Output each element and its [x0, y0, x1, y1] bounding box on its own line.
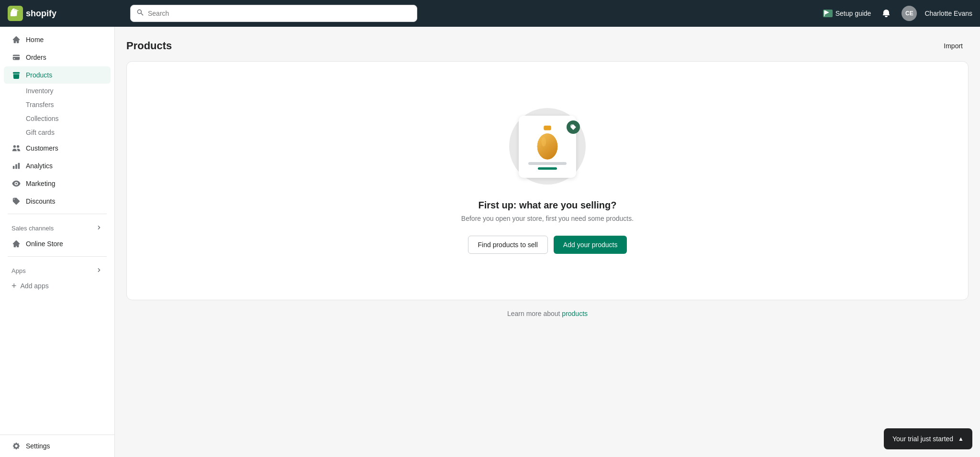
marketing-icon [11, 179, 21, 188]
sidebar-sub-item-inventory-label: Inventory [26, 87, 54, 95]
products-icon [11, 70, 21, 80]
learn-more-link[interactable]: products [562, 310, 588, 317]
sales-channels-expand-icon[interactable] [95, 224, 103, 233]
notification-button[interactable] [879, 6, 894, 21]
svg-point-4 [537, 133, 558, 159]
logo-text: shopify [26, 9, 56, 19]
find-products-button[interactable]: Find products to sell [468, 236, 548, 254]
sidebar-item-orders-label: Orders [26, 54, 46, 61]
analytics-icon [11, 161, 21, 171]
customers-icon [11, 143, 21, 153]
sidebar-item-products[interactable]: Products [4, 66, 111, 84]
sidebar-item-marketing[interactable]: Marketing [4, 175, 111, 192]
shopify-logo[interactable]: shopify [8, 6, 56, 21]
setup-guide-label: Setup guide [835, 10, 871, 17]
sidebar-item-settings[interactable]: Settings [4, 437, 111, 455]
discounts-icon [11, 196, 21, 206]
add-apps-label: Add apps [21, 282, 49, 290]
empty-state-illustration [509, 108, 586, 185]
svg-rect-2 [544, 125, 551, 130]
main-layout: Home Orders Products Inventory T [0, 27, 980, 457]
sales-channels-label: Sales channels [11, 225, 54, 232]
empty-state-card: First up: what are you selling? Before y… [126, 61, 969, 300]
sidebar-sub-item-transfers-label: Transfers [26, 101, 54, 109]
sidebar-item-discounts-label: Discounts [26, 197, 55, 205]
empty-state-description: Before you open your store, first you ne… [461, 215, 634, 222]
sidebar-item-home-label: Home [26, 36, 44, 44]
sidebar-item-customers[interactable]: Customers [4, 140, 111, 157]
empty-state-title: First up: what are you selling? [479, 200, 617, 211]
sidebar-item-online-store-label: Online Store [26, 240, 63, 248]
chevron-up-icon: ▲ [958, 435, 964, 442]
sidebar-add-apps[interactable]: + Add apps [4, 278, 111, 294]
svg-point-5 [541, 137, 546, 146]
sidebar-item-orders[interactable]: Orders [4, 49, 111, 66]
sidebar-item-home[interactable]: Home [4, 31, 111, 48]
sidebar-sub-item-collections-label: Collections [26, 115, 58, 122]
apps-label: Apps [11, 267, 26, 274]
import-button[interactable]: Import [938, 38, 969, 54]
search-bar [130, 5, 417, 22]
sidebar-item-settings-label: Settings [26, 442, 50, 450]
main-content: Products Import [115, 27, 980, 457]
top-navigation: shopify Setup guide CE Charlotte Evans [0, 0, 980, 27]
sidebar-item-marketing-label: Marketing [26, 180, 55, 187]
learn-more-prefix: Learn more about [507, 310, 562, 317]
page-header: Products Import [126, 38, 969, 54]
sidebar: Home Orders Products Inventory T [0, 27, 115, 457]
apps-expand-icon[interactable] [95, 266, 103, 275]
sidebar-item-discounts[interactable]: Discounts [4, 193, 111, 210]
sidebar-sub-item-gift-cards[interactable]: Gift cards [4, 126, 111, 139]
empty-state-actions: Find products to sell Add your products [468, 236, 627, 254]
page-title: Products [126, 40, 172, 52]
sidebar-divider-1 [8, 214, 107, 214]
setup-guide-button[interactable]: Setup guide [823, 10, 871, 17]
logo-area: shopify [8, 6, 122, 21]
learn-more-section: Learn more about products [126, 310, 969, 317]
search-input[interactable] [148, 10, 411, 17]
avatar: CE [902, 6, 917, 21]
sidebar-sub-item-collections[interactable]: Collections [4, 112, 111, 125]
sidebar-item-analytics-label: Analytics [26, 162, 53, 170]
online-store-icon [11, 239, 21, 249]
user-name: Charlotte Evans [924, 10, 972, 17]
apps-section: Apps [0, 261, 114, 277]
orders-icon [11, 53, 21, 62]
sidebar-item-online-store[interactable]: Online Store [4, 235, 111, 252]
nav-right: Setup guide CE Charlotte Evans [823, 6, 972, 21]
sidebar-sub-item-inventory[interactable]: Inventory [4, 84, 111, 98]
sidebar-sub-item-transfers[interactable]: Transfers [4, 98, 111, 111]
add-products-button[interactable]: Add your products [554, 236, 627, 254]
home-icon [11, 35, 21, 44]
settings-icon [11, 441, 21, 451]
sidebar-item-analytics[interactable]: Analytics [4, 157, 111, 174]
sidebar-divider-2 [8, 256, 107, 257]
sales-channels-section: Sales channels [0, 218, 114, 235]
trial-banner[interactable]: Your trial just started ▲ [884, 428, 972, 449]
sidebar-sub-item-gift-cards-label: Gift cards [26, 129, 55, 136]
sidebar-item-customers-label: Customers [26, 144, 58, 152]
add-apps-plus-icon: + [11, 282, 17, 290]
search-icon [136, 9, 144, 18]
trial-banner-label: Your trial just started [892, 435, 953, 443]
sidebar-item-products-label: Products [26, 71, 52, 79]
